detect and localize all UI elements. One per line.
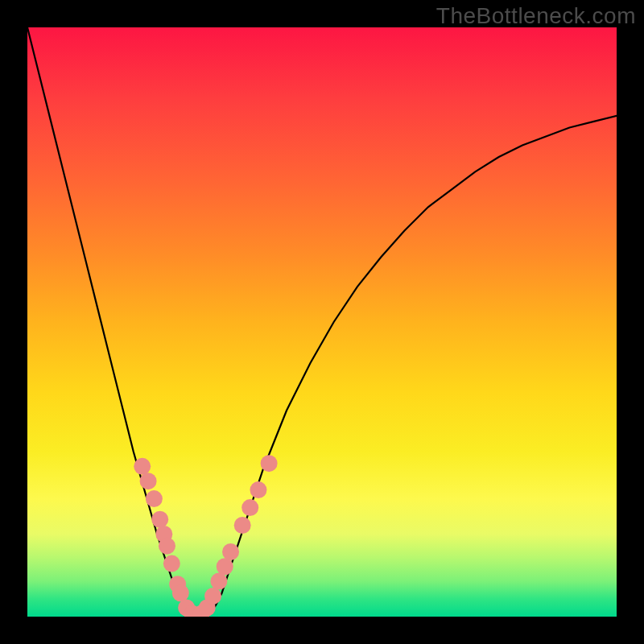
- plot-gradient-area: [27, 27, 617, 617]
- watermark-text: TheBottleneck.com: [436, 3, 636, 29]
- chart-frame: TheBottleneck.com: [0, 0, 644, 644]
